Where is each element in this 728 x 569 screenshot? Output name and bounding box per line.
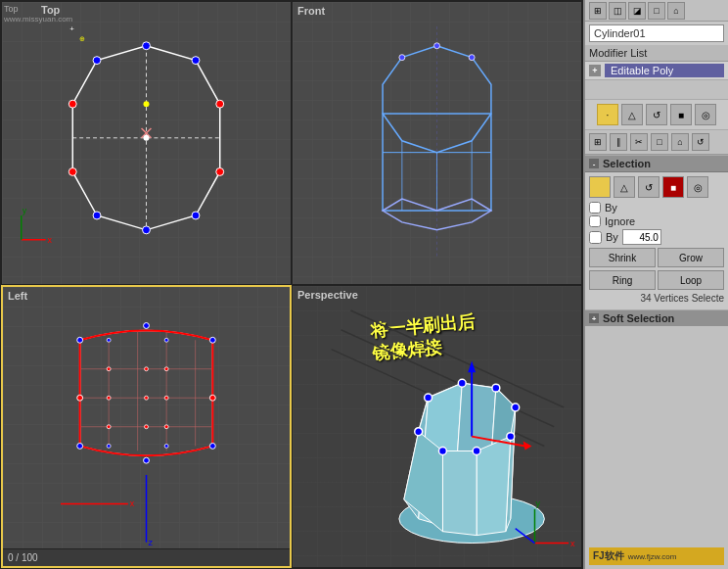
sel-icon-border[interactable]: ↺ [638,176,660,198]
svg-point-43 [209,337,215,343]
svg-text:y: y [535,498,540,507]
grow-button[interactable]: Grow [658,248,724,267]
toolbar-icon-4[interactable]: □ [648,2,665,20]
svg-point-8 [143,226,151,234]
ring-loop-row: Ring Loop [589,270,724,290]
sub-icon-edge[interactable]: △ [621,104,643,125]
svg-point-79 [425,394,432,402]
svg-point-31 [469,55,475,61]
svg-point-46 [144,457,150,463]
rollout-icon-6[interactable]: ↺ [692,133,709,151]
loop-button[interactable]: Loop [658,270,724,290]
svg-point-9 [93,212,101,219]
svg-point-81 [492,384,500,392]
toolbar-icon-3[interactable]: ◪ [628,2,646,20]
toolbar-icon-2[interactable]: ◫ [609,2,626,20]
sub-icon-poly[interactable]: ■ [670,104,692,125]
svg-point-47 [77,443,83,449]
viewport-top-svg: x y + ⊕ [2,2,291,284]
watermark-area: FJ软件 www.fjzw.com [589,547,724,565]
by-checkbox[interactable] [589,202,601,213]
selection-content: · △ ↺ ■ ◎ By Ignore By Shrink Grow Ring [585,172,728,309]
soft-expand-icon[interactable]: + [589,313,599,323]
toolbar-icon-1[interactable]: ⊞ [589,2,607,20]
svg-point-86 [415,427,423,435]
sel-icon-vertex[interactable]: · [589,176,611,198]
svg-text:z: z [148,537,153,546]
rollout-icon-3[interactable]: ✂ [630,133,648,151]
watermark-banner: FJ软件 www.fjzw.com [589,547,724,565]
soft-selection-label: Soft Selection [603,312,674,324]
toolbar-icon-5[interactable]: ⌂ [667,2,685,20]
panel-bottom: FJ软件 www.fjzw.com [585,326,728,569]
svg-text:⊕: ⊕ [79,35,85,42]
svg-marker-76 [477,436,511,535]
svg-point-7 [192,212,200,219]
viewport-top[interactable]: Topwww.missyuan.com Top x [1,1,292,285]
sub-icon-border[interactable]: ↺ [646,104,667,125]
ignore-checkbox-row: Ignore [589,215,724,227]
rollout-icon-2[interactable]: ∥ [610,133,627,151]
svg-marker-90 [523,441,532,450]
svg-point-10 [68,167,76,175]
sel-icon-element[interactable]: ◎ [687,176,708,198]
by-value-input[interactable] [622,229,661,245]
viewport-perspective-label: Perspective [297,289,358,301]
viewport-front[interactable]: Front [292,1,582,285]
viewport-grid: Topwww.missyuan.com Top x [0,0,583,569]
svg-point-60 [145,424,149,428]
status-position: 0 / 100 [8,552,38,563]
svg-text:x: x [130,498,135,508]
svg-text:+: + [69,24,74,33]
selection-label: Selection [603,158,651,169]
viewport-front-svg [293,2,581,284]
viewport-left[interactable]: Left [1,285,292,569]
svg-point-54 [145,366,149,370]
svg-point-56 [107,396,111,400]
viewport-left-svg: x z [3,287,290,567]
svg-point-53 [107,366,111,370]
shrink-grow-row: Shrink Grow [589,248,724,267]
svg-point-52 [164,444,168,448]
modifier-item-editable-poly[interactable]: + Editable Poly [585,62,728,80]
panel-toolbar: ⊞ ◫ ◪ □ ⌂ [585,0,728,22]
modifier-name-label[interactable]: Editable Poly [605,64,724,77]
svg-point-20 [144,101,150,107]
svg-point-51 [107,444,111,448]
sub-icon-vertex[interactable]: · [597,104,618,125]
svg-point-59 [107,424,111,428]
viewport-perspective-svg: x y [293,286,581,568]
panel-icons-row: ⊞ ∥ ✂ □ ⌂ ↺ [585,130,728,155]
svg-point-6 [216,167,224,175]
object-name-field[interactable] [589,24,724,42]
ignore-checkbox[interactable] [589,215,601,227]
svg-point-83 [507,432,515,440]
viewport-perspective[interactable]: Perspective 将一半刷出后 镜像焊接 [292,285,582,569]
selected-count: 34 Vertices Selecte [589,293,724,304]
svg-point-45 [209,443,215,449]
rollout-icon-5[interactable]: ⌂ [671,133,689,151]
viewport-left-label: Left [8,290,27,302]
modifier-expand-icon[interactable]: + [589,65,601,76]
svg-text:y: y [23,206,27,215]
sel-icon-poly[interactable]: ■ [662,176,684,198]
selection-expand-icon[interactable]: - [589,159,599,168]
svg-point-57 [145,396,149,400]
svg-point-3 [143,42,151,50]
by-label: By [605,202,617,213]
ring-button[interactable]: Ring [589,270,656,290]
svg-point-49 [107,338,111,342]
by-value-checkbox[interactable] [589,231,602,244]
selection-icons-row: · △ ↺ ■ ◎ [589,176,724,198]
sel-icon-edge[interactable]: △ [614,176,635,198]
rollout-icon-1[interactable]: ⊞ [589,133,607,151]
svg-point-32 [399,55,405,61]
sub-icon-element[interactable]: ◎ [695,104,716,125]
soft-selection-header[interactable]: + Soft Selection [585,309,728,326]
svg-text:x: x [48,235,53,245]
shrink-button[interactable]: Shrink [589,248,656,267]
selection-section-header[interactable]: - Selection [585,155,728,172]
svg-point-48 [77,395,83,401]
right-panel: ⊞ ◫ ◪ □ ⌂ Modifier List + Editable Poly … [583,0,728,569]
rollout-icon-4[interactable]: □ [651,133,668,151]
